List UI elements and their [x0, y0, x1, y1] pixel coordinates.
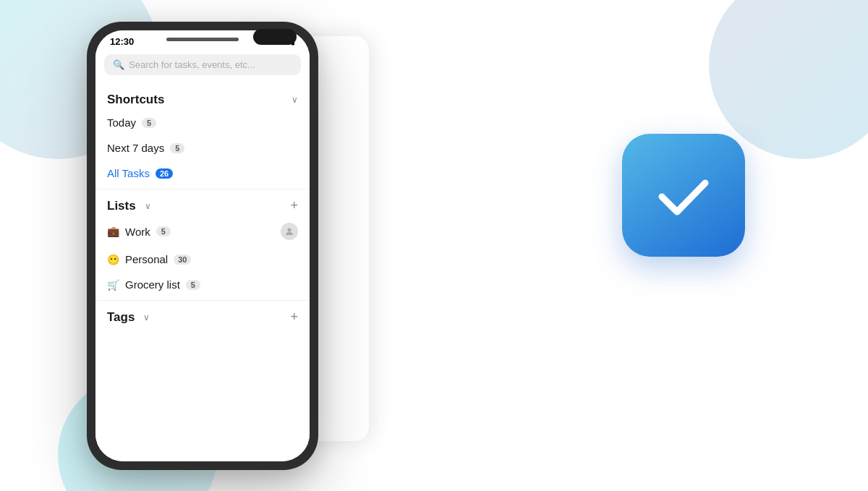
shortcuts-next7-badge: 5: [170, 143, 184, 153]
lists-grocery-label: Grocery list: [125, 278, 180, 291]
shortcuts-today-badge: 5: [142, 118, 156, 128]
lists-grocery-left: 🛒 Grocery list 5: [107, 278, 200, 291]
shortcuts-alltasks-label: All Tasks: [107, 167, 150, 179]
shortcuts-next7-left: Next 7 days 5: [107, 142, 184, 154]
tags-add-icon[interactable]: +: [290, 309, 298, 325]
shortcuts-chevron-icon[interactable]: ∨: [292, 95, 298, 105]
lists-work-left: 💼 Work 5: [107, 226, 171, 238]
shortcuts-alltasks-badge: 26: [156, 168, 173, 179]
shortcuts-section-header[interactable]: Shortcuts ∨: [95, 87, 310, 110]
shortcuts-next7-label: Next 7 days: [107, 142, 164, 154]
grocery-emoji: 🛒: [107, 279, 119, 291]
shortcuts-alltasks-left: All Tasks 26: [107, 167, 173, 179]
lists-personal-label: Personal: [125, 253, 168, 265]
search-placeholder: Search for tasks, events, etc...: [129, 59, 255, 70]
tags-header-left: Tags ∨: [107, 310, 150, 325]
phone-screen: 12:30 ▼ ▲▲ ▮ 🔍 Search for tasks, events,…: [95, 30, 310, 461]
lists-header-left: Lists ∨: [107, 199, 151, 213]
shortcuts-today-left: Today 5: [107, 116, 156, 129]
search-input-mock[interactable]: 🔍 Search for tasks, events, etc...: [104, 54, 301, 75]
status-time: 12:30: [110, 36, 134, 47]
lists-personal-left: 😶 Personal 30: [107, 253, 191, 265]
lists-grocery-badge: 5: [186, 280, 200, 290]
shortcuts-alltasks-item[interactable]: All Tasks 26: [95, 161, 310, 186]
search-icon: 🔍: [113, 59, 124, 70]
app-icon-wrapper: [622, 134, 745, 257]
personal-emoji: 😶: [107, 254, 119, 265]
lists-section-header[interactable]: Lists ∨ +: [95, 192, 310, 216]
shortcuts-today-item[interactable]: Today 5: [95, 110, 310, 135]
lists-grocery-item[interactable]: 🛒 Grocery list 5: [95, 272, 310, 297]
tags-section-header[interactable]: Tags ∨ +: [95, 304, 310, 328]
shortcuts-next7-item[interactable]: Next 7 days 5: [95, 135, 310, 161]
phone-wrapper: 12:30 ▼ ▲▲ ▮ 🔍 Search for tasks, events,…: [87, 22, 362, 484]
checkmark-svg: [651, 163, 716, 228]
lists-add-icon[interactable]: +: [290, 198, 298, 213]
lists-personal-item[interactable]: 😶 Personal 30: [95, 247, 310, 272]
tags-chevron-icon[interactable]: ∨: [143, 312, 150, 323]
shortcuts-today-label: Today: [107, 116, 136, 129]
person-icon: [281, 223, 298, 240]
phone-top-bar: [166, 38, 239, 41]
sidebar-content: Shortcuts ∨ Today 5 Next 7 days 5: [95, 81, 310, 461]
divider-1: [95, 189, 310, 189]
lists-personal-badge: 30: [174, 255, 191, 265]
camera-notch: [253, 29, 297, 45]
app-icon: [622, 134, 745, 257]
phone-frame: 12:30 ▼ ▲▲ ▮ 🔍 Search for tasks, events,…: [87, 22, 318, 470]
divider-2: [95, 300, 310, 301]
lists-work-label: Work: [125, 226, 150, 238]
lists-chevron-icon[interactable]: ∨: [145, 201, 151, 211]
svg-point-0: [288, 229, 292, 232]
search-bar[interactable]: 🔍 Search for tasks, events, etc...: [95, 50, 310, 81]
shortcuts-title: Shortcuts: [107, 93, 164, 107]
lists-work-badge: 5: [156, 226, 171, 236]
tags-title: Tags: [107, 310, 135, 325]
lists-work-item[interactable]: 💼 Work 5: [95, 216, 310, 247]
lists-title: Lists: [107, 199, 136, 213]
work-emoji: 💼: [107, 226, 119, 237]
